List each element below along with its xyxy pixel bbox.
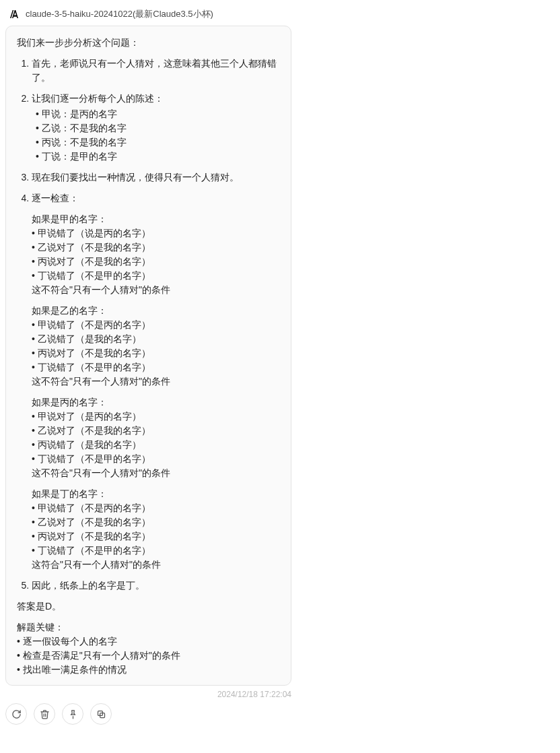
item-text: 因此，纸条上的名字是丁。 [32, 580, 145, 591]
case-title: 如果是甲的名字： [32, 212, 280, 226]
case-lines: 甲说错了（说是丙的名字） 乙说对了（不是我的名字） 丙说对了（不是我的名字） 丁… [32, 226, 280, 283]
statement-list: 甲说：是丙的名字 乙说：不是我的名字 丙说：不是我的名字 丁说：是甲的名字 [32, 107, 280, 164]
item-text: 现在我们要找出一种情况，使得只有一个人猜对。 [32, 172, 239, 183]
case-line: 甲说错了（不是丙的名字） [32, 501, 280, 515]
case-title: 如果是乙的名字： [32, 304, 280, 318]
list-item: 因此，纸条上的名字是丁。 [32, 579, 280, 593]
pin-icon [68, 709, 78, 719]
key-points-list: 逐一假设每个人的名字 检查是否满足"只有一个人猜对"的条件 找出唯一满足条件的情… [17, 634, 280, 677]
analysis-list: 首先，老师说只有一个人猜对，这意味着其他三个人都猜错了。 让我们逐一分析每个人的… [17, 57, 280, 593]
copy-icon [96, 709, 106, 719]
regenerate-button[interactable] [5, 703, 27, 725]
key-point: 检查是否满足"只有一个人猜对"的条件 [17, 649, 280, 663]
case-lines: 甲说错了（不是丙的名字） 乙说对了（不是我的名字） 丙说对了（不是我的名字） 丁… [32, 501, 280, 558]
trash-icon [40, 709, 50, 719]
case-lines: 甲说错了（不是丙的名字） 乙说错了（是我的名字） 丙说对了（不是我的名字） 丁说… [32, 318, 280, 374]
case-note: 这不符合"只有一个人猜对"的条件 [32, 374, 280, 389]
case-line: 丁说错了（不是甲的名字） [32, 544, 280, 558]
timestamp: 2024/12/18 17:22:04 [5, 690, 291, 699]
bullet: 丁说：是甲的名字 [36, 150, 280, 164]
case-title: 如果是丁的名字： [32, 487, 280, 501]
case-line: 丙说对了（不是我的名字） [32, 529, 280, 544]
case-line: 甲说错了（不是丙的名字） [32, 318, 280, 332]
refresh-icon [11, 709, 22, 719]
case-line: 乙说对了（不是我的名字） [32, 424, 280, 438]
item-text: 让我们逐一分析每个人的陈述： [32, 93, 164, 104]
item-text: 首先，老师说只有一个人猜对，这意味着其他三个人都猜错了。 [32, 58, 277, 83]
bullet: 甲说：是丙的名字 [36, 107, 280, 121]
list-item: 现在我们要找出一种情况，使得只有一个人猜对。 [32, 170, 280, 185]
key-point: 找出唯一满足条件的情况 [17, 663, 280, 677]
case-lines: 甲说对了（是丙的名字） 乙说对了（不是我的名字） 丙说错了（是我的名字） 丁说错… [32, 410, 280, 466]
assistant-message-card: 我们来一步步分析这个问题： 首先，老师说只有一个人猜对，这意味着其他三个人都猜错… [5, 26, 291, 686]
key-title: 解题关键： [17, 620, 280, 634]
case-line: 丁说错了（不是甲的名字） [32, 452, 280, 466]
key-point: 逐一假设每个人的名字 [17, 634, 280, 649]
case-line: 乙说对了（不是我的名字） [32, 515, 280, 529]
case-note: 这符合"只有一个人猜对"的条件 [32, 558, 280, 572]
case-note: 这不符合"只有一个人猜对"的条件 [32, 466, 280, 480]
message-actions [5, 703, 555, 725]
copy-button[interactable] [90, 703, 112, 725]
pin-button[interactable] [62, 703, 83, 725]
bullet: 丙说：不是我的名字 [36, 135, 280, 150]
model-name: claude-3-5-haiku-20241022(最新Claude3.5小杯) [26, 8, 213, 20]
final-answer: 答案是D。 [17, 599, 280, 614]
case-line: 丁说错了（不是甲的名字） [32, 269, 280, 283]
case-line: 丙说错了（是我的名字） [32, 438, 280, 452]
case-line: 丁说错了（不是甲的名字） [32, 360, 280, 374]
case-line: 乙说对了（不是我的名字） [32, 240, 280, 255]
case-line: 乙说错了（是我的名字） [32, 332, 280, 346]
intro-text: 我们来一步步分析这个问题： [17, 36, 280, 50]
list-item: 让我们逐一分析每个人的陈述： 甲说：是丙的名字 乙说：不是我的名字 丙说：不是我… [32, 92, 280, 164]
case-line: 甲说对了（是丙的名字） [32, 410, 280, 424]
case-block: 如果是丙的名字： 甲说对了（是丙的名字） 乙说对了（不是我的名字） 丙说错了（是… [32, 395, 280, 480]
item-text: 逐一检查： [32, 193, 79, 203]
case-block: 如果是丁的名字： 甲说错了（不是丙的名字） 乙说对了（不是我的名字） 丙说对了（… [32, 487, 280, 572]
case-line: 丙说对了（不是我的名字） [32, 255, 280, 269]
case-block: 如果是乙的名字： 甲说错了（不是丙的名字） 乙说错了（是我的名字） 丙说对了（不… [32, 304, 280, 389]
list-item: 逐一检查： 如果是甲的名字： 甲说错了（说是丙的名字） 乙说对了（不是我的名字）… [32, 191, 280, 572]
bullet: 乙说：不是我的名字 [36, 121, 280, 135]
case-line: 甲说错了（说是丙的名字） [32, 226, 280, 240]
delete-button[interactable] [34, 703, 55, 725]
list-item: 首先，老师说只有一个人猜对，这意味着其他三个人都猜错了。 [32, 57, 280, 85]
case-line: 丙说对了（不是我的名字） [32, 346, 280, 360]
anthropic-logo-icon [8, 8, 20, 20]
case-note: 这不符合"只有一个人猜对"的条件 [32, 283, 280, 297]
case-title: 如果是丙的名字： [32, 395, 280, 410]
message-header: claude-3-5-haiku-20241022(最新Claude3.5小杯) [5, 5, 555, 26]
case-block: 如果是甲的名字： 甲说错了（说是丙的名字） 乙说对了（不是我的名字） 丙说对了（… [32, 212, 280, 297]
